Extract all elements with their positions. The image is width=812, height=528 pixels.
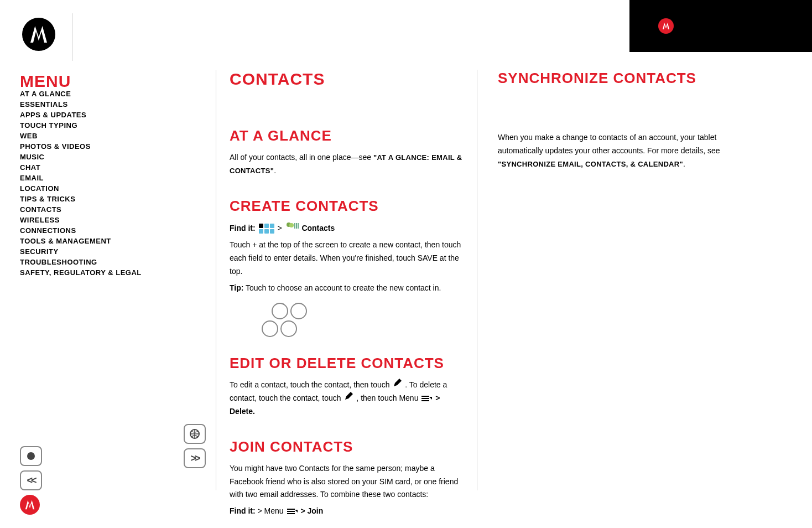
divider xyxy=(216,70,216,490)
section-heading-join-contacts: JOIN CONTACTS xyxy=(230,438,467,455)
menu-item-touch-typing[interactable]: TOUCH TYPING xyxy=(20,121,175,130)
apps-grid-icon xyxy=(259,224,274,234)
menu-item-troubleshooting[interactable]: TROUBLESHOOTING xyxy=(20,258,175,266)
menu-lines-icon xyxy=(421,396,432,401)
menu-item-wireless[interactable]: WIRELESS xyxy=(20,216,175,224)
menu-item-chat[interactable]: CHAT xyxy=(20,163,175,172)
menu-item-location[interactable]: LOCATION xyxy=(20,184,175,193)
create-find-it: Find it: > Contacts xyxy=(230,221,467,236)
link-sync-email-contacts-calendar[interactable]: "SYNCHRONIZE EMAIL, CONTACTS, & CALENDAR… xyxy=(498,160,683,168)
forward-button[interactable]: >> xyxy=(184,448,206,468)
nav-controls-left: << xyxy=(20,446,42,515)
divider xyxy=(72,13,72,61)
menu-item-music[interactable]: MUSIC xyxy=(20,153,175,161)
edit-p1: To edit a contact, touch the contact, th… xyxy=(230,379,467,418)
menu-item-safety-legal[interactable]: SAFETY, REGULATORY & LEGAL xyxy=(20,268,175,277)
brand-badge xyxy=(629,0,812,52)
section-heading-at-a-glance: AT A GLANCE xyxy=(230,127,467,144)
menu-item-essentials[interactable]: ESSENTIALS xyxy=(20,100,175,108)
menu-item-connections[interactable]: CONNECTIONS xyxy=(20,226,175,235)
motorola-logo-icon xyxy=(658,18,674,34)
motorola-logo-icon xyxy=(22,18,55,51)
create-tip: Tip: Touch to choose an account to creat… xyxy=(230,282,467,295)
menu-item-at-a-glance[interactable]: AT A GLANCE xyxy=(20,90,175,98)
section-heading-synchronize: SYNCHRONIZE CONTACTS xyxy=(498,70,736,87)
menu-item-tools-management[interactable]: TOOLS & MANAGEMENT xyxy=(20,237,175,245)
join-find-it: Find it: > Menu > Join xyxy=(230,505,467,518)
menu-item-security[interactable]: SECURITY xyxy=(20,247,175,256)
nav-controls-right: >> xyxy=(184,424,206,468)
menu-item-email[interactable]: EMAIL xyxy=(20,174,175,182)
menu-item-photos-videos[interactable]: PHOTOS & VIDEOS xyxy=(20,142,175,151)
svg-rect-3 xyxy=(296,223,297,229)
menu-item-contacts[interactable]: CONTACTS xyxy=(20,205,175,214)
back-button[interactable]: << xyxy=(20,470,42,490)
create-p1: Touch + at the top of the screen to crea… xyxy=(230,239,467,278)
at-a-glance-text: All of your contacts, all in one place—s… xyxy=(230,151,467,178)
section-heading-create-contacts: CREATE CONTACTS xyxy=(230,198,467,215)
sync-p1: When you make a change to contacts of an… xyxy=(498,131,736,170)
globe-button[interactable] xyxy=(184,424,206,444)
svg-point-1 xyxy=(289,223,294,227)
content-column-2: SYNCHRONIZE CONTACTS When you make a cha… xyxy=(498,70,736,174)
pencil-icon xyxy=(393,379,402,392)
divider xyxy=(477,70,477,490)
sidebar-menu: AT A GLANCE ESSENTIALS APPS & UPDATES TO… xyxy=(20,90,175,279)
content-column-1: CONTACTS AT A GLANCE All of your contact… xyxy=(230,70,467,521)
svg-rect-2 xyxy=(294,223,295,229)
menu-item-tips-tricks[interactable]: TIPS & TRICKS xyxy=(20,195,175,203)
join-p1: You might have two Contacts for the same… xyxy=(230,462,467,501)
svg-rect-4 xyxy=(298,223,299,229)
menu-item-apps-updates[interactable]: APPS & UPDATES xyxy=(20,111,175,119)
menu-item-web[interactable]: WEB xyxy=(20,132,175,140)
menu-heading: MENU xyxy=(20,72,71,91)
pencil-icon xyxy=(344,392,353,405)
motorola-logo-icon[interactable] xyxy=(20,495,40,515)
contacts-app-icon xyxy=(285,221,299,236)
svg-point-5 xyxy=(27,452,35,460)
account-circles-icon xyxy=(252,303,313,347)
page-title: CONTACTS xyxy=(230,70,467,89)
menu-lines-icon xyxy=(287,509,298,514)
section-heading-edit-delete: EDIT OR DELETE CONTACTS xyxy=(230,355,467,372)
record-button[interactable] xyxy=(20,446,42,466)
